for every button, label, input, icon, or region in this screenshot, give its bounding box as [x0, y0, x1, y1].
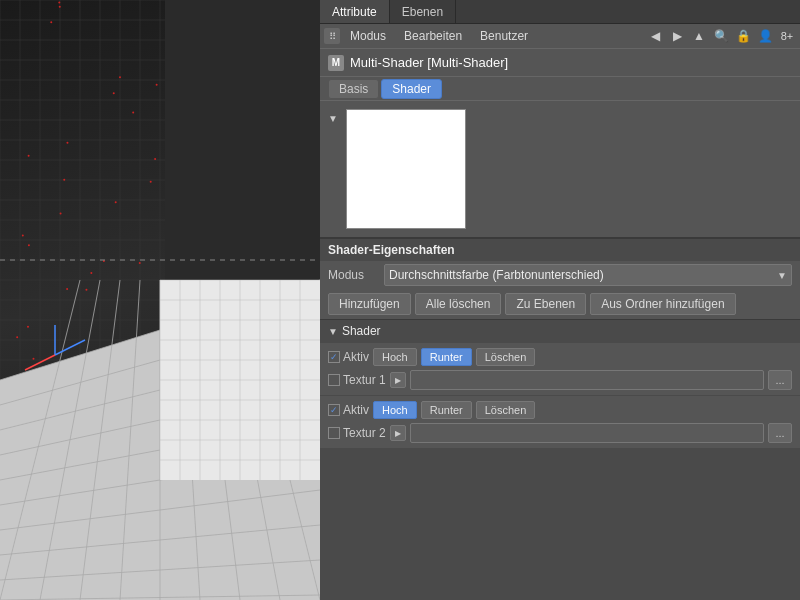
shader-1-loeschen-button[interactable]: Löschen	[476, 348, 536, 366]
multishader-icon: M	[328, 55, 344, 71]
viewport-3d[interactable]	[0, 0, 320, 600]
shader-2-loeschen-button[interactable]: Löschen	[476, 401, 536, 419]
shader-section-label: Shader	[342, 324, 381, 338]
shader-2-texture-row: Textur 2 ▶ ...	[328, 421, 792, 445]
modus-dropdown[interactable]: Durchschnittsfarbe (Farbtonunterschied) …	[384, 264, 792, 286]
forward-icon[interactable]: ▶	[668, 27, 686, 45]
shader-1-aktiv-text: Aktiv	[343, 350, 369, 364]
delete-all-button[interactable]: Alle löschen	[415, 293, 502, 315]
menu-modus[interactable]: Modus	[342, 27, 394, 45]
shader-1-textur-checkbox[interactable]	[328, 374, 340, 386]
shader-1-aktiv-checkbox[interactable]: ✓	[328, 351, 340, 363]
menu-benutzer[interactable]: Benutzer	[472, 27, 536, 45]
preview-area: ▼	[320, 100, 800, 237]
shader-1-runter-button[interactable]: Runter	[421, 348, 472, 366]
count-badge: 8+	[778, 27, 796, 45]
shader-section: ▼ Shader ✓ Aktiv Hoch Runter Löschen Tex…	[320, 319, 800, 448]
lock-icon[interactable]: 🔒	[734, 27, 752, 45]
tab-attribute[interactable]: Attribute	[320, 0, 390, 23]
shader-1-hoch-button[interactable]: Hoch	[373, 348, 417, 366]
shader-2-textur-label[interactable]: Textur 2	[328, 426, 386, 440]
home-icon[interactable]: ▲	[690, 27, 708, 45]
shader-2-texture-field[interactable]	[410, 423, 764, 443]
shader-2-aktiv-text: Aktiv	[343, 403, 369, 417]
sub-tab-bar: Basis Shader	[320, 76, 800, 100]
preview-collapse-arrow[interactable]: ▼	[328, 113, 338, 124]
add-button[interactable]: Hinzufügen	[328, 293, 411, 315]
shader-1-play-icon[interactable]: ▶	[390, 372, 406, 388]
shader-2-aktiv-label[interactable]: ✓ Aktiv	[328, 403, 369, 417]
3d-canvas	[0, 0, 320, 600]
title-bar: M Multi-Shader [Multi-Shader]	[320, 48, 800, 76]
action-button-row: Hinzufügen Alle löschen Zu Ebenen Aus Or…	[320, 289, 800, 319]
tab-ebenen[interactable]: Ebenen	[390, 0, 456, 23]
shader-2-textur-checkbox[interactable]	[328, 427, 340, 439]
shader-1-controls: ✓ Aktiv Hoch Runter Löschen	[328, 346, 792, 368]
back-icon[interactable]: ◀	[646, 27, 664, 45]
menu-bar: ⠿ Modus Bearbeiten Benutzer ◀ ▶ ▲ 🔍 🔒 👤 …	[320, 24, 800, 48]
shader-2-aktiv-checkbox[interactable]: ✓	[328, 404, 340, 416]
dropdown-arrow-icon: ▼	[777, 270, 787, 281]
modus-value: Durchschnittsfarbe (Farbtonunterschied)	[389, 268, 604, 282]
menu-bar-left: ⠿ Modus Bearbeiten Benutzer	[324, 27, 536, 45]
shader-properties-header: Shader-Eigenschaften	[320, 239, 800, 261]
top-tab-bar: Attribute Ebenen	[320, 0, 800, 24]
user-icon[interactable]: 👤	[756, 27, 774, 45]
shader-preview-box	[346, 109, 466, 229]
menu-dots-icon[interactable]: ⠿	[324, 28, 340, 44]
shader-2-play-icon[interactable]: ▶	[390, 425, 406, 441]
tab-basis[interactable]: Basis	[328, 79, 379, 99]
menu-bearbeiten[interactable]: Bearbeiten	[396, 27, 470, 45]
menu-bar-right: ◀ ▶ ▲ 🔍 🔒 👤 8+	[646, 27, 796, 45]
shader-collapse-arrow[interactable]: ▼	[328, 326, 338, 337]
shader-1-browse-button[interactable]: ...	[768, 370, 792, 390]
modus-row: Modus Durchschnittsfarbe (Farbtonuntersc…	[320, 261, 800, 289]
shader-item-2: ✓ Aktiv Hoch Runter Löschen Textur 2 ▶ .…	[320, 395, 800, 448]
shader-2-controls: ✓ Aktiv Hoch Runter Löschen	[328, 399, 792, 421]
shader-1-texture-field[interactable]	[410, 370, 764, 390]
shader-1-texture-row: Textur 1 ▶ ...	[328, 368, 792, 392]
shader-2-textur-text: Textur 2	[343, 426, 386, 440]
multishader-title: Multi-Shader [Multi-Shader]	[350, 55, 508, 70]
search-icon[interactable]: 🔍	[712, 27, 730, 45]
shader-1-aktiv-label[interactable]: ✓ Aktiv	[328, 350, 369, 364]
shader-2-runter-button[interactable]: Runter	[421, 401, 472, 419]
shader-item-1: ✓ Aktiv Hoch Runter Löschen Textur 1 ▶ .…	[320, 342, 800, 395]
shader-properties-section: Shader-Eigenschaften Modus Durchschnitts…	[320, 237, 800, 319]
to-layers-button[interactable]: Zu Ebenen	[505, 293, 586, 315]
shader-1-textur-label[interactable]: Textur 1	[328, 373, 386, 387]
shader-1-textur-text: Textur 1	[343, 373, 386, 387]
shader-2-hoch-button[interactable]: Hoch	[373, 401, 417, 419]
tab-shader[interactable]: Shader	[381, 79, 442, 99]
shader-section-header: ▼ Shader	[320, 320, 800, 342]
from-folder-button[interactable]: Aus Ordner hinzufügen	[590, 293, 735, 315]
shader-2-browse-button[interactable]: ...	[768, 423, 792, 443]
modus-label: Modus	[328, 268, 378, 282]
right-panel: Attribute Ebenen ⠿ Modus Bearbeiten Benu…	[320, 0, 800, 600]
